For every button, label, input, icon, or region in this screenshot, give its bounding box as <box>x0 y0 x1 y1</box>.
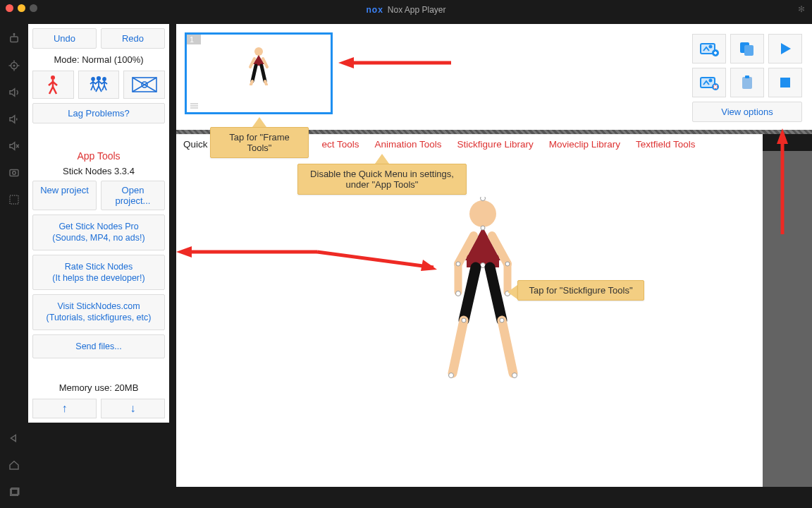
svg-marker-105 <box>777 128 788 144</box>
svg-rect-88 <box>744 45 753 56</box>
right-controls: View options <box>692 34 806 122</box>
svg-point-4 <box>13 65 15 66</box>
frame-menu-icon[interactable] <box>190 102 201 109</box>
svg-point-26 <box>92 78 94 80</box>
frame-number: 1 <box>187 35 201 44</box>
open-project-button[interactable]: Open project... <box>101 181 165 210</box>
tab-quick-menu[interactable]: Quick <box>183 139 208 150</box>
svg-line-34 <box>96 86 99 92</box>
send-files-button[interactable]: Send files... <box>32 334 165 358</box>
tip-arrow <box>508 285 517 299</box>
minimize-icon[interactable] <box>18 4 25 12</box>
titlebar: nox Nox App Player ✻ <box>0 0 812 20</box>
rate-button[interactable]: Rate Stick Nodes (It helps the developer… <box>32 255 165 291</box>
crop-icon[interactable] <box>8 193 20 206</box>
svg-point-61 <box>481 197 486 201</box>
home-icon[interactable] <box>8 459 20 471</box>
lag-button[interactable]: Lag Problems? <box>32 103 165 123</box>
version-label: Stick Nodes 3.3.4 <box>32 166 165 176</box>
stop-button[interactable] <box>768 68 802 97</box>
svg-point-65 <box>481 263 486 268</box>
mode-camera[interactable] <box>123 71 165 99</box>
volume-mute-icon[interactable] <box>8 140 20 152</box>
mode-group[interactable] <box>78 71 120 99</box>
frame-thumbnail[interactable]: 1 <box>185 32 333 114</box>
brand-logo: nox <box>366 5 383 15</box>
tip-arrow <box>375 154 389 164</box>
svg-point-20 <box>51 75 55 80</box>
left-panel: Undo Redo Mode: Normal (100%) <box>28 24 169 423</box>
window-title: Nox App Player <box>388 5 446 15</box>
apptools-header: App Tools <box>32 150 165 162</box>
location-icon[interactable] <box>8 59 20 72</box>
close-icon[interactable] <box>6 4 13 12</box>
svg-line-54 <box>262 66 265 81</box>
annotation-arrow <box>176 243 437 271</box>
window-controls[interactable] <box>6 4 37 12</box>
svg-marker-99 <box>338 57 354 68</box>
svg-line-76 <box>453 320 464 373</box>
svg-line-35 <box>99 86 102 92</box>
svg-point-38 <box>103 78 106 80</box>
scroll-up-button[interactable]: ↑ <box>32 399 97 418</box>
svg-line-75 <box>490 267 502 320</box>
redo-button[interactable]: Redo <box>101 28 165 49</box>
svg-rect-15 <box>10 170 18 176</box>
volume-up-icon[interactable] <box>8 86 20 99</box>
tab-project-tools[interactable]: ect Tools <box>322 139 359 150</box>
svg-line-100 <box>317 252 433 267</box>
svg-point-91 <box>710 80 712 82</box>
svg-point-71 <box>505 262 510 266</box>
screenshot-icon[interactable] <box>8 167 20 179</box>
copy-button[interactable] <box>730 34 764 64</box>
svg-marker-89 <box>781 43 791 54</box>
undo-button[interactable]: Undo <box>32 28 97 49</box>
new-project-button[interactable]: New project <box>32 181 97 210</box>
svg-line-41 <box>104 85 106 90</box>
play-button[interactable] <box>768 34 802 64</box>
svg-marker-10 <box>10 116 15 123</box>
tab-movieclip-library[interactable]: Movieclip Library <box>549 139 620 150</box>
svg-rect-0 <box>11 37 18 42</box>
svg-point-83 <box>710 46 712 48</box>
get-pro-button[interactable]: Get Stick Nodes Pro (Sounds, MP4, no ads… <box>32 214 165 250</box>
svg-point-80 <box>449 373 454 378</box>
mode-stickfigure[interactable] <box>32 71 74 99</box>
delete-frame-button[interactable] <box>692 68 726 97</box>
recents-icon[interactable] <box>8 485 20 498</box>
svg-rect-96 <box>745 75 749 78</box>
add-frame-button[interactable] <box>692 34 726 64</box>
view-options-button[interactable]: View options <box>692 102 802 122</box>
svg-point-16 <box>13 171 16 175</box>
memory-label: Memory use: 20MB <box>32 381 165 394</box>
svg-line-24 <box>49 87 53 94</box>
svg-point-32 <box>97 77 100 80</box>
tab-textfield-tools[interactable]: Textfield Tools <box>636 139 696 150</box>
svg-point-81 <box>512 373 517 378</box>
volume-down-icon[interactable] <box>8 113 20 126</box>
svg-point-2 <box>13 34 15 35</box>
svg-line-53 <box>252 66 256 81</box>
paste-button[interactable] <box>730 68 764 97</box>
scroll-down-button[interactable]: ↓ <box>101 399 165 418</box>
svg-point-48 <box>254 47 263 56</box>
robot-icon[interactable] <box>8 32 20 45</box>
svg-point-70 <box>456 262 460 266</box>
svg-line-77 <box>502 320 513 373</box>
maximize-icon[interactable] <box>30 4 37 12</box>
frame-preview <box>245 46 273 85</box>
svg-point-60 <box>469 200 496 227</box>
annotation-arrow <box>775 128 789 234</box>
tab-stickfigure-library[interactable]: Stickfigure Library <box>457 139 534 150</box>
svg-marker-103 <box>421 260 437 271</box>
tooltip-frame: Tap for "Frame Tools" <box>210 127 309 158</box>
annotation-arrow <box>338 56 451 70</box>
tooltip-stickfigure: Tap for "Stickfigure Tools" <box>517 280 644 301</box>
back-icon[interactable] <box>8 432 20 445</box>
visit-site-button[interactable]: Visit StickNodes.com (Tutorials, stickfi… <box>32 294 165 330</box>
svg-line-51 <box>250 59 254 67</box>
svg-point-72 <box>456 291 461 296</box>
svg-line-29 <box>93 85 95 90</box>
tab-animation-tools[interactable]: Animation Tools <box>375 139 442 150</box>
settings-icon[interactable]: ✻ <box>798 4 805 14</box>
